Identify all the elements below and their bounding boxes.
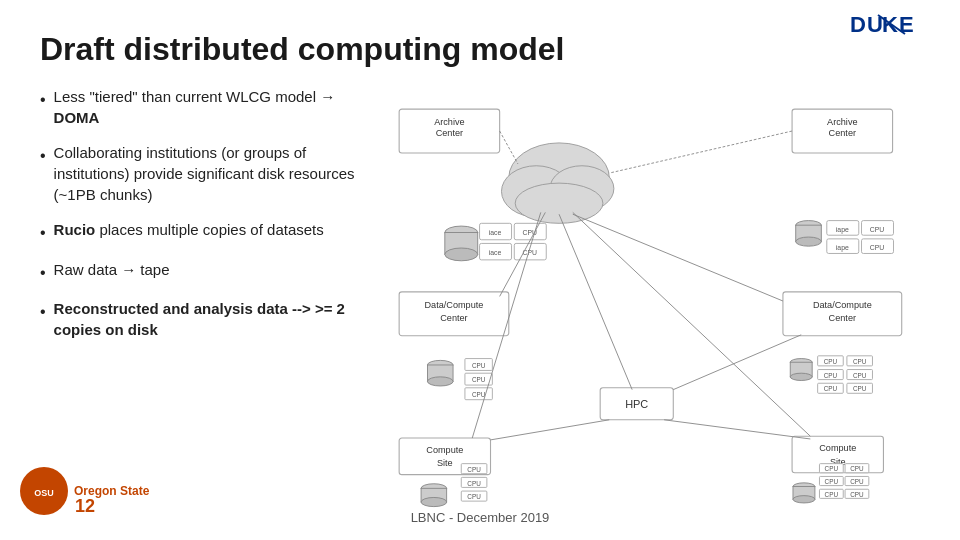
footer-text: LBNC - December 2019 xyxy=(411,510,550,525)
bullets-panel: • Less "tiered" than current WLCG model … xyxy=(40,86,370,340)
svg-text:CPU: CPU xyxy=(472,391,486,398)
svg-text:Center: Center xyxy=(829,313,856,323)
svg-text:CPU: CPU xyxy=(824,358,838,365)
bullet-1: • Less "tiered" than current WLCG model … xyxy=(40,86,370,128)
svg-text:CPU: CPU xyxy=(853,358,867,365)
svg-line-98 xyxy=(609,131,792,173)
page-number: 12 xyxy=(75,496,95,517)
diagram-svg: Archive Center iace CPU xyxy=(390,86,920,516)
svg-line-105 xyxy=(491,420,610,440)
svg-text:CPU: CPU xyxy=(850,478,864,485)
svg-text:Data/Compute: Data/Compute xyxy=(425,301,484,311)
svg-text:Site: Site xyxy=(437,459,453,469)
svg-text:Center: Center xyxy=(436,128,463,138)
svg-text:CPU: CPU xyxy=(472,377,486,384)
svg-text:Data/Compute: Data/Compute xyxy=(813,301,872,311)
svg-line-100 xyxy=(573,215,783,302)
svg-text:CPU: CPU xyxy=(870,226,885,233)
bullet-dot-3: • xyxy=(40,222,46,244)
svg-text:Archive: Archive xyxy=(827,117,857,127)
svg-point-12 xyxy=(445,248,478,261)
bullet-dot-4: • xyxy=(40,262,46,284)
svg-point-26 xyxy=(427,377,453,386)
svg-point-9 xyxy=(515,184,603,224)
svg-line-104 xyxy=(673,335,801,390)
svg-text:KE: KE xyxy=(882,12,915,37)
svg-line-97 xyxy=(500,131,518,164)
svg-text:CPU: CPU xyxy=(467,466,481,473)
slide: DU KE Draft distributed computing model … xyxy=(0,0,960,540)
svg-text:Archive: Archive xyxy=(434,117,464,127)
bullet-text-4: Raw data → tape xyxy=(54,259,170,280)
footer: OSU Oregon State 12 LBNC - December 2019 xyxy=(0,510,960,525)
bullet-5: • Reconstructed and analysis data --> >=… xyxy=(40,298,370,340)
svg-text:CPU: CPU xyxy=(824,386,838,393)
bullet-dot-1: • xyxy=(40,89,46,111)
svg-text:OSU: OSU xyxy=(34,488,54,498)
svg-point-40 xyxy=(421,498,447,507)
svg-text:iape: iape xyxy=(836,244,849,252)
bullet-text-1: Less "tiered" than current WLCG model → … xyxy=(54,86,370,128)
svg-line-106 xyxy=(664,420,810,439)
svg-text:HPC: HPC xyxy=(625,398,648,410)
svg-text:CPU: CPU xyxy=(472,362,486,369)
svg-text:CPU: CPU xyxy=(853,386,867,393)
svg-text:Center: Center xyxy=(440,313,467,323)
svg-text:Compute: Compute xyxy=(819,443,856,453)
svg-text:iace: iace xyxy=(489,250,502,257)
svg-text:CPU: CPU xyxy=(825,465,839,472)
svg-text:CPU: CPU xyxy=(467,494,481,501)
bullet-4: • Raw data → tape xyxy=(40,259,370,284)
content-area: • Less "tiered" than current WLCG model … xyxy=(40,86,920,516)
svg-text:Center: Center xyxy=(829,128,856,138)
osu-logo: OSU xyxy=(20,467,68,515)
duke-logo: DU KE xyxy=(850,10,920,43)
svg-line-101 xyxy=(559,215,632,390)
svg-text:iace: iace xyxy=(489,230,502,237)
slide-title: Draft distributed computing model xyxy=(40,30,920,68)
svg-text:CPU: CPU xyxy=(467,480,481,487)
svg-text:CPU: CPU xyxy=(850,491,864,498)
svg-text:CPU: CPU xyxy=(825,491,839,498)
bullet-3: • Rucio places multiple copies of datase… xyxy=(40,219,370,244)
diagram-panel: Archive Center iace CPU xyxy=(390,86,920,516)
bullet-2: • Collaborating institutions (or groups … xyxy=(40,142,370,205)
svg-text:Compute: Compute xyxy=(426,445,463,455)
svg-point-66 xyxy=(790,374,812,381)
bullet-text-3: Rucio places multiple copies of datasets xyxy=(54,219,324,240)
bullet-text-2: Collaborating institutions (or groups of… xyxy=(54,142,370,205)
svg-text:CPU: CPU xyxy=(824,372,838,379)
bullet-dot-2: • xyxy=(40,145,46,167)
svg-point-84 xyxy=(793,496,815,503)
bullet-dot-5: • xyxy=(40,301,46,323)
bullet-text-5: Reconstructed and analysis data --> >= 2… xyxy=(54,298,370,340)
svg-point-52 xyxy=(796,237,822,246)
svg-text:CPU: CPU xyxy=(853,372,867,379)
svg-text:CPU: CPU xyxy=(850,465,864,472)
svg-text:iape: iape xyxy=(836,226,849,234)
svg-text:CPU: CPU xyxy=(870,244,885,251)
svg-text:CPU: CPU xyxy=(825,478,839,485)
